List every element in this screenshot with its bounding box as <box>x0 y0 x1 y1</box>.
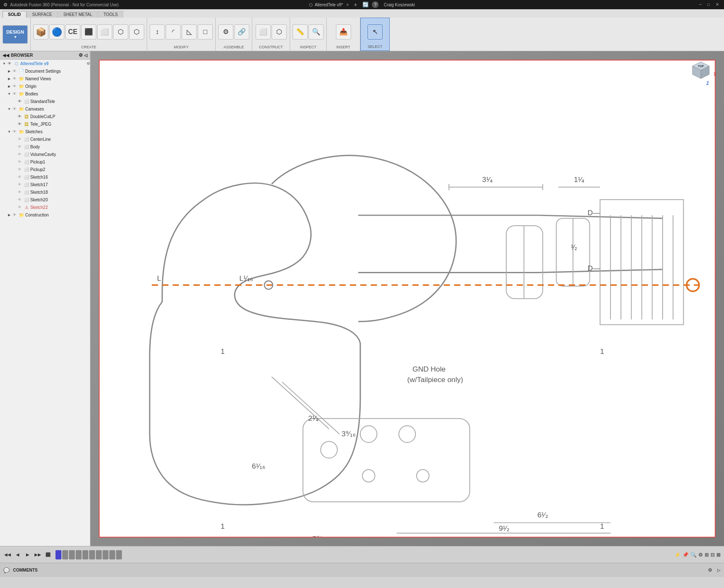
tree-standard-tele[interactable]: 👁 ⬜ StandardTele <box>0 98 90 105</box>
s22-eye[interactable]: 👁 <box>18 205 23 209</box>
tab-sheet-metal[interactable]: SHEET METAL <box>58 11 98 18</box>
offset-plane-btn[interactable]: ⬜ <box>256 24 271 40</box>
help-btn[interactable]: ? <box>372 1 379 8</box>
viewport[interactable]: GND Hole (w/Tailpiece only) L 3¹⁄₄ <box>90 51 724 546</box>
revolve-btn[interactable]: ⬜ <box>97 24 112 40</box>
tree-sketch18[interactable]: 👁 ⬜ Sketch18 <box>0 188 90 196</box>
tree-sketches[interactable]: ▼ 👁 📁 Sketches <box>0 128 90 135</box>
tree-tele-jpeg[interactable]: 👁 🖼 Tele_JPEG <box>0 120 90 128</box>
close-btn[interactable]: ✕ <box>716 2 721 7</box>
root-eye[interactable]: 👁 <box>8 61 13 66</box>
tab-tools[interactable]: TOOLS <box>98 11 123 18</box>
timeline-play-btn[interactable]: ▶ <box>24 551 32 559</box>
timeline-icon-3[interactable]: 🔍 <box>690 552 697 558</box>
tree-sketch17[interactable]: 👁 ⬜ Sketch17 <box>0 181 90 188</box>
timeline-icon-5[interactable]: ⊞ <box>705 552 709 558</box>
construction-eye[interactable]: 👁 <box>13 213 18 217</box>
shell-btn[interactable]: □ <box>198 24 213 40</box>
timeline-icon-2[interactable]: 📌 <box>682 552 689 558</box>
comments-expand[interactable]: ▷ <box>717 568 721 572</box>
select-btn[interactable]: ↖ <box>367 24 383 40</box>
timeline-marker-10[interactable] <box>116 550 122 559</box>
tab-close-btn[interactable]: × <box>346 3 349 7</box>
tab-surface[interactable]: SURFACE <box>27 11 58 18</box>
browser-collapse-icon[interactable]: ◁ <box>84 53 87 58</box>
timeline-marker-3[interactable] <box>69 550 75 559</box>
press-pull-btn[interactable]: ↕ <box>150 24 165 40</box>
timeline-marker-1[interactable] <box>55 550 61 559</box>
tree-root[interactable]: ▼ 👁 ⬡ AlteredTele v9 ⚙ <box>0 60 90 67</box>
timeline-marker-2[interactable] <box>62 550 68 559</box>
origin-eye[interactable]: 👁 <box>13 84 18 88</box>
tree-pickup1[interactable]: 👁 ⬜ Pickup1 <box>0 158 90 166</box>
joint-btn[interactable]: 🔗 <box>234 24 249 40</box>
minimize-btn[interactable]: ─ <box>699 2 704 7</box>
timeline-marker-4[interactable] <box>76 550 82 559</box>
sketches-eye[interactable]: 👁 <box>13 129 18 134</box>
extrude-btn[interactable]: ⬛ <box>81 24 96 40</box>
tree-double-cut[interactable]: 👁 🖼 DoubleCutLP <box>0 113 90 120</box>
tab-add-btn[interactable]: + <box>354 1 357 8</box>
vc-eye[interactable]: 👁 <box>18 152 23 156</box>
tree-pickup2[interactable]: 👁 ⬜ Pickup2 <box>0 166 90 173</box>
timeline-marker-5[interactable] <box>82 550 88 559</box>
root-settings-icon[interactable]: ⚙ <box>87 61 90 66</box>
tree-volume-cavity[interactable]: 👁 ⬜ VolumeCavity <box>0 150 90 158</box>
bs-eye[interactable]: 👁 <box>18 145 23 149</box>
timeline-icon-6[interactable]: ⊟ <box>711 552 715 558</box>
create-body-btn[interactable]: CE <box>65 24 80 40</box>
tree-named-views[interactable]: ▶ 👁 📁 Named Views <box>0 75 90 82</box>
timeline-marker-8[interactable] <box>103 550 108 559</box>
timeline-marker-7[interactable] <box>96 550 102 559</box>
timeline-back-btn[interactable]: ◀◀ <box>3 551 12 559</box>
s20-eye[interactable]: 👁 <box>18 198 23 202</box>
timeline-icon-7[interactable]: ⊠ <box>716 552 721 558</box>
timeline-prev-btn[interactable]: ◀ <box>13 551 22 559</box>
tree-sketch20[interactable]: 👁 ⬜ Sketch20 <box>0 196 90 203</box>
interference-btn[interactable]: 🔍 <box>309 24 324 40</box>
s16-eye[interactable]: 👁 <box>18 175 23 179</box>
bodies-eye[interactable]: 👁 <box>13 92 18 96</box>
insert-derive-btn[interactable]: 📥 <box>336 24 351 40</box>
tree-sketch22[interactable]: 👁 ⚠ Sketch22 <box>0 203 90 211</box>
tree-centerline[interactable]: 👁 ⬜ CenterLine <box>0 135 90 143</box>
timeline-marker-6[interactable] <box>89 550 95 559</box>
s17-eye[interactable]: 👁 <box>18 182 23 187</box>
doc-settings-eye[interactable]: 👁 <box>13 69 18 73</box>
dc-eye[interactable]: 👁 <box>18 114 23 119</box>
named-views-eye[interactable]: 👁 <box>13 76 18 81</box>
maximize-btn[interactable]: □ <box>707 2 712 7</box>
timeline-icon-1[interactable]: ⚡ <box>674 552 681 558</box>
design-menu-btn[interactable]: DESIGN▾ <box>3 25 28 44</box>
tree-body-sketch[interactable]: 👁 ⬜ Body <box>0 143 90 150</box>
tree-canvases[interactable]: ▼ 👁 📁 Canvases <box>0 105 90 113</box>
timeline-stop-btn[interactable]: ⬛ <box>44 551 52 559</box>
loft-btn[interactable]: ⬡ <box>129 24 144 40</box>
cl-eye[interactable]: 👁 <box>18 137 23 141</box>
measure-btn[interactable]: 📏 <box>293 24 308 40</box>
midplane-btn[interactable]: ⬡ <box>272 24 287 40</box>
p2-eye[interactable]: 👁 <box>18 167 23 171</box>
new-component-assemble-btn[interactable]: ⚙ <box>218 24 233 40</box>
timeline-next-btn[interactable]: ▶▶ <box>34 551 42 559</box>
tree-bodies[interactable]: ▼ 👁 📁 Bodies <box>0 90 90 98</box>
st-eye[interactable]: 👁 <box>18 99 23 103</box>
timeline-marker-9[interactable] <box>109 550 115 559</box>
new-component-btn[interactable]: 📦 <box>33 24 48 40</box>
browser-settings-icon[interactable]: ⚙ <box>79 53 83 58</box>
sweep-btn[interactable]: ⬡ <box>113 24 128 40</box>
tab-solid[interactable]: SOLID <box>3 11 26 18</box>
tj-eye[interactable]: 👁 <box>18 122 23 126</box>
tree-construction[interactable]: ▶ 👁 📁 Construction <box>0 211 90 219</box>
canvases-eye[interactable]: 👁 <box>13 107 18 111</box>
p1-eye[interactable]: 👁 <box>18 160 23 164</box>
collapse-btn[interactable]: ◀◀ <box>3 53 9 58</box>
timeline-icon-4[interactable]: ⚙ <box>698 552 703 558</box>
update-icon[interactable]: 🔄 <box>362 2 369 8</box>
comments-settings[interactable]: ⚙ <box>708 567 712 573</box>
create-form-btn[interactable]: 🔵 <box>49 24 64 40</box>
s18-eye[interactable]: 👁 <box>18 190 23 194</box>
fillet-btn[interactable]: ◜ <box>166 24 181 40</box>
tree-sketch16[interactable]: 👁 ⬜ Sketch16 <box>0 173 90 181</box>
viewcube[interactable]: TOP X Z <box>686 55 720 89</box>
